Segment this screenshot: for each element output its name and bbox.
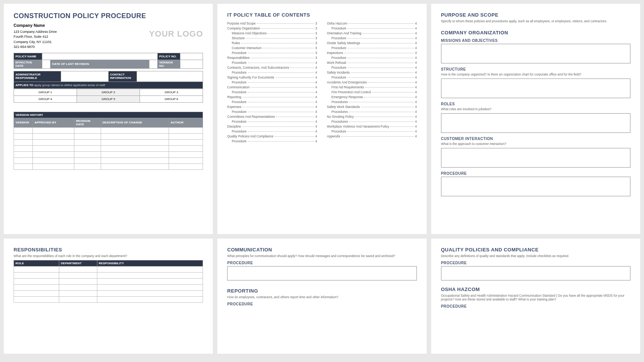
policy-no-value[interactable] <box>180 53 203 60</box>
toc-label: Procedures <box>327 110 348 114</box>
table-row[interactable] <box>14 145 203 151</box>
responsibilities-table: ROLE DEPARTMENT RESPONSIBILITY <box>14 260 203 303</box>
toc-entry[interactable]: Reporting4 <box>227 95 317 99</box>
last-revision-value[interactable] <box>149 60 158 68</box>
procedure-input[interactable] <box>441 177 630 196</box>
table-row[interactable] <box>14 279 203 285</box>
group-4[interactable]: GROUP 4 <box>14 96 77 102</box>
toc-label: Procedure <box>227 71 246 74</box>
toc-entry[interactable]: Procedure4 <box>227 80 317 84</box>
toc-entry[interactable]: Signing Authority For Documents4 <box>227 75 317 79</box>
toc-label: Workplace Violence And Harassment Policy <box>327 125 389 128</box>
toc-entry[interactable]: Communication4 <box>227 85 317 89</box>
toc-leader <box>361 107 414 107</box>
toc-entry[interactable]: Procedures4 <box>327 120 417 123</box>
group-3[interactable]: GROUP 3 <box>140 89 203 96</box>
toc-entry[interactable]: Purpose And Scope3 <box>227 22 317 25</box>
toc-entry[interactable]: Procedure4 <box>227 110 317 114</box>
table-row[interactable] <box>14 163 203 169</box>
toc-entry[interactable]: Procedure4 <box>227 100 317 104</box>
comm-procedure-input[interactable] <box>227 266 417 280</box>
roles-input[interactable] <box>441 113 630 133</box>
vh-col-desc: DESCRIPTION OF CHANGE <box>101 118 169 127</box>
toc-leader <box>347 58 414 58</box>
customer-input[interactable] <box>441 148 630 168</box>
toc-entry[interactable]: First Aid Requirements4 <box>327 85 417 89</box>
table-row[interactable] <box>14 127 203 133</box>
contact-value[interactable] <box>137 71 203 82</box>
table-row[interactable] <box>14 273 203 279</box>
structure-input[interactable] <box>441 79 630 98</box>
toc-entry[interactable]: Procedure4 <box>227 90 317 94</box>
toc-entry[interactable]: Roles3 <box>227 41 317 45</box>
toc-entry[interactable]: Work Refusal4 <box>327 61 417 65</box>
missions-input[interactable] <box>441 44 630 63</box>
toc-entry[interactable]: Procedure3 <box>227 51 317 55</box>
table-row[interactable] <box>14 151 203 157</box>
version-no-value[interactable] <box>180 60 203 68</box>
toc-page: 4 <box>315 139 317 143</box>
toc-entry[interactable]: Procedure4 <box>327 36 417 40</box>
toc-entry[interactable]: Procedure4 <box>227 139 317 143</box>
admin-value[interactable] <box>61 71 108 82</box>
group-5[interactable]: GROUP 5 <box>77 96 140 102</box>
toc-page: 3 <box>315 51 317 55</box>
toc-entry[interactable]: Customer Interaction3 <box>227 46 317 50</box>
toc-entry[interactable]: Committees And Representatives4 <box>227 115 317 119</box>
toc-entry[interactable]: Procedure4 <box>227 61 317 65</box>
toc-entry[interactable]: Missions And Objectives3 <box>227 31 317 35</box>
toc-entry[interactable]: Safety Work Standards4 <box>327 105 417 109</box>
toc-entry[interactable]: Structure3 <box>227 36 317 40</box>
toc-entry[interactable]: Osha Hazcom4 <box>327 22 417 25</box>
toc-entry[interactable]: Orientation And Training4 <box>327 31 417 35</box>
group-1[interactable]: GROUP 1 <box>14 89 77 96</box>
vh-col-version: VERSION <box>14 118 33 127</box>
toc-entry[interactable]: Appendix4 <box>327 134 417 138</box>
toc-entry[interactable]: Safety Incidents4 <box>327 71 417 74</box>
toc-entry[interactable]: Emergency Response4 <box>327 95 417 99</box>
toc-entry[interactable]: Contracts, Contractors, And Subcontracto… <box>227 66 317 69</box>
toc-entry[interactable]: Accidents And Emergencies4 <box>327 80 417 84</box>
toc-entry[interactable]: Discipline4 <box>227 125 317 128</box>
toc-entry[interactable]: Procedures4 <box>327 110 417 114</box>
table-row[interactable] <box>14 285 203 291</box>
toc-entry[interactable]: Expenses4 <box>227 105 317 109</box>
toc-entry[interactable]: Quality Policies And Compliance4 <box>227 134 317 138</box>
toc-entry[interactable]: Procedure4 <box>227 120 317 123</box>
toc-entry[interactable]: Procedure4 <box>327 26 417 30</box>
group-2[interactable]: GROUP 2 <box>77 89 140 96</box>
table-row[interactable] <box>14 139 203 145</box>
quality-procedure-input[interactable] <box>441 266 630 280</box>
table-row[interactable] <box>14 157 203 163</box>
group-6[interactable]: GROUP 6 <box>140 96 203 102</box>
toc-entry[interactable]: Workplace Violence And Harassment Policy… <box>327 125 417 128</box>
toc-entry[interactable]: Procedure4 <box>227 71 317 74</box>
effective-date-value[interactable] <box>42 60 51 68</box>
toc-leader <box>341 136 414 137</box>
toc-entry[interactable]: Onsite Safety Meetings4 <box>327 41 417 45</box>
toc-leader <box>361 43 414 43</box>
table-row[interactable] <box>14 266 203 273</box>
toc-entry[interactable]: Procedure4 <box>227 129 317 133</box>
toc-column-1: Purpose And Scope3Company Organization3M… <box>227 22 317 144</box>
lbl-effective-date: EFFECTIVE DATE <box>14 60 42 68</box>
table-row[interactable] <box>14 133 203 139</box>
toc-entry[interactable]: Fire Prevention And Control4 <box>327 90 417 94</box>
toc-entry[interactable]: No Smoking Policy4 <box>327 115 417 119</box>
table-row[interactable] <box>14 291 203 297</box>
toc-entry[interactable]: Procedure4 <box>327 129 417 133</box>
table-row[interactable] <box>14 297 203 303</box>
logo-placeholder: YOUR LOGO <box>149 29 203 39</box>
toc-entry[interactable]: Responsibilities3 <box>227 56 317 60</box>
toc-page: 4 <box>415 56 417 60</box>
toc-entry[interactable]: Procedure4 <box>327 46 417 50</box>
toc-entry[interactable]: Procedure4 <box>327 56 417 60</box>
roles-prompt: What roles are involved in jobsites? <box>441 107 630 111</box>
toc-entry[interactable]: Procedures4 <box>327 100 417 104</box>
toc-entry[interactable]: Company Organization3 <box>227 26 317 30</box>
toc-entry[interactable]: Inspections4 <box>327 51 417 55</box>
policy-name-value[interactable] <box>42 53 158 60</box>
toc-entry[interactable]: Procedure4 <box>327 66 417 69</box>
customer-title: CUSTOMER INTERACTION <box>441 137 630 141</box>
toc-entry[interactable]: Procedure4 <box>327 75 417 79</box>
